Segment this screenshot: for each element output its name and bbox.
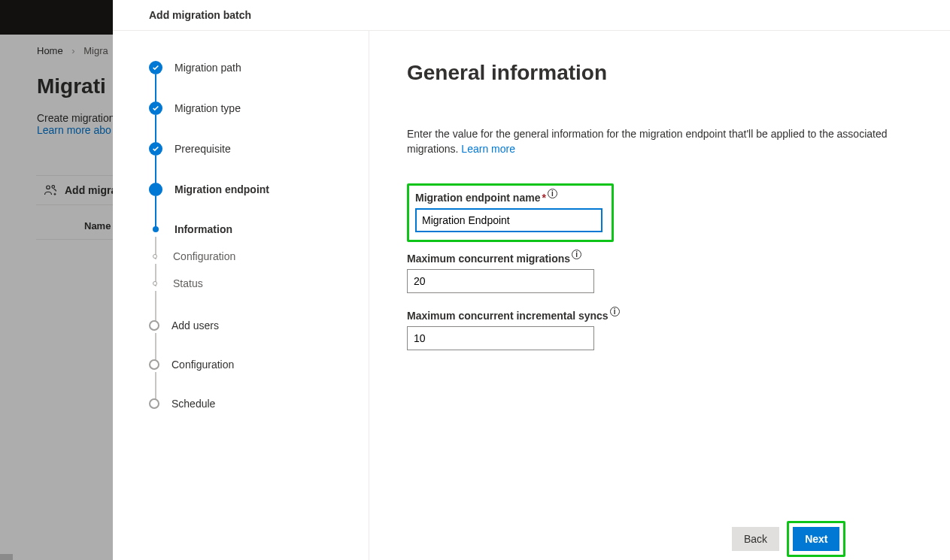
step-add-users[interactable]: Add users [149,319,354,331]
step-label: Add users [171,319,219,331]
checkmark-icon [149,142,162,156]
wizard-stepper: Migration path Migration type Prerequisi… [113,31,369,560]
step-configuration[interactable]: Configuration [149,359,354,371]
info-icon[interactable]: i [610,307,620,316]
panel-content: General information Enter the value for … [369,31,950,560]
current-substep-icon [153,226,159,232]
learn-more-link[interactable]: Learn more [461,143,515,155]
endpoint-name-label: Migration endpoint name * i [415,192,557,204]
max-syncs-input[interactable] [407,326,594,350]
step-label: Configuration [171,359,234,371]
step-label: Schedule [171,398,215,410]
max-syncs-label: Maximum concurrent incremental syncs i [407,310,620,322]
highlight-endpoint-name: Migration endpoint name * i [407,183,614,242]
back-button[interactable]: Back [732,527,779,551]
checkmark-icon [149,101,162,115]
substep-configuration[interactable]: Configuration [149,250,354,262]
info-icon[interactable]: i [548,189,557,198]
step-migration-type[interactable]: Migration type [149,101,354,115]
info-icon[interactable]: i [572,250,581,259]
current-step-icon [149,183,162,196]
substep-information[interactable]: Information [149,223,354,235]
endpoint-name-input[interactable] [415,208,602,232]
step-migration-path[interactable]: Migration path [149,61,354,74]
next-button[interactable]: Next [793,527,839,551]
substep-status[interactable]: Status [149,277,354,289]
max-migrations-input[interactable] [407,269,594,293]
pending-substep-icon [153,281,157,286]
content-description: Enter the value for the general informat… [407,127,912,156]
step-prerequisite[interactable]: Prerequisite [149,142,354,156]
pending-step-icon [149,398,159,409]
step-label: Configuration [173,250,235,262]
step-migration-endpoint[interactable]: Migration endpoint [149,183,354,196]
step-label: Migration path [175,62,241,74]
max-migrations-label: Maximum concurrent migrations i [407,253,581,265]
checkmark-icon [149,61,162,74]
required-indicator: * [542,192,545,204]
panel-title: Add migration batch [113,0,950,31]
highlight-next-button: Next [787,521,845,557]
pending-step-icon [149,359,159,370]
step-label: Migration type [175,102,241,114]
pending-substep-icon [153,254,157,259]
content-heading: General information [407,61,912,85]
step-schedule[interactable]: Schedule [149,398,354,410]
modal-backdrop[interactable] [0,0,113,560]
add-migration-batch-panel: Add migration batch Migration path Migra… [113,0,950,560]
step-label: Prerequisite [175,143,231,155]
step-label: Information [175,223,232,235]
step-label: Status [173,277,203,289]
pending-step-icon [149,320,159,331]
panel-footer: Back Next [369,521,950,560]
step-label: Migration endpoint [175,183,269,195]
